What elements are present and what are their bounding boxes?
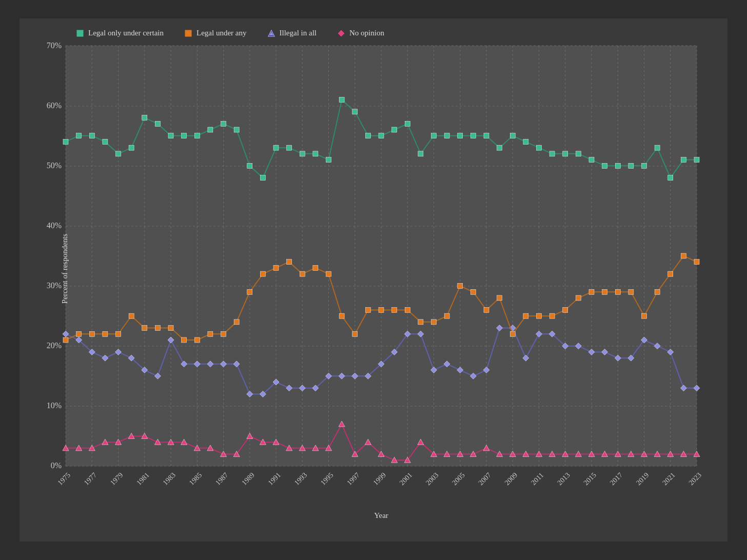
svg-rect-250 xyxy=(470,133,476,138)
svg-marker-169 xyxy=(694,385,700,391)
svg-marker-166 xyxy=(654,343,660,349)
svg-marker-142 xyxy=(339,373,345,379)
svg-rect-173 xyxy=(103,331,108,336)
svg-text:1987: 1987 xyxy=(214,471,229,487)
svg-rect-191 xyxy=(339,313,344,318)
svg-text:1983: 1983 xyxy=(162,471,177,487)
svg-rect-194 xyxy=(379,307,384,312)
svg-text:0%: 0% xyxy=(51,461,62,470)
svg-rect-0 xyxy=(77,30,83,36)
legend-marker-legal-certain xyxy=(76,29,84,37)
svg-text:1999: 1999 xyxy=(372,471,387,487)
svg-text:2011: 2011 xyxy=(529,471,545,487)
svg-marker-143 xyxy=(352,373,358,379)
svg-rect-188 xyxy=(300,271,305,276)
svg-rect-238 xyxy=(313,151,318,156)
svg-rect-233 xyxy=(247,163,252,168)
svg-text:2003: 2003 xyxy=(424,471,440,487)
svg-rect-196 xyxy=(405,307,410,312)
svg-rect-213 xyxy=(628,289,634,294)
svg-rect-180 xyxy=(194,337,200,343)
svg-marker-138 xyxy=(286,385,292,391)
svg-rect-243 xyxy=(379,133,384,138)
svg-marker-152 xyxy=(470,373,476,379)
svg-rect-229 xyxy=(194,133,200,138)
svg-rect-218 xyxy=(694,259,699,265)
svg-rect-207 xyxy=(549,313,555,318)
svg-rect-263 xyxy=(642,163,647,168)
svg-marker-153 xyxy=(483,367,489,373)
svg-marker-134 xyxy=(233,361,240,367)
svg-text:1979: 1979 xyxy=(109,471,124,487)
svg-marker-132 xyxy=(207,361,213,367)
legend-label-legal-any: Legal under any xyxy=(196,29,246,37)
svg-rect-241 xyxy=(352,109,358,114)
svg-rect-184 xyxy=(247,289,252,294)
svg-rect-177 xyxy=(155,326,160,331)
svg-rect-215 xyxy=(655,289,660,294)
legend-marker-no-opinion xyxy=(337,29,345,37)
svg-rect-206 xyxy=(537,313,542,318)
svg-marker-157 xyxy=(536,331,542,337)
svg-rect-252 xyxy=(497,145,502,150)
svg-marker-149 xyxy=(431,367,437,373)
svg-text:50%: 50% xyxy=(47,161,62,170)
svg-marker-133 xyxy=(221,361,227,367)
svg-text:1993: 1993 xyxy=(293,471,308,487)
svg-rect-231 xyxy=(221,121,226,126)
legend-item-legal-any: Legal under any xyxy=(184,29,246,37)
svg-marker-163 xyxy=(615,355,621,361)
svg-marker-151 xyxy=(457,367,463,373)
svg-rect-214 xyxy=(642,313,647,318)
svg-rect-216 xyxy=(668,271,673,276)
svg-rect-212 xyxy=(615,289,620,294)
svg-marker-129 xyxy=(168,337,174,343)
svg-text:2017: 2017 xyxy=(608,471,624,487)
svg-text:2015: 2015 xyxy=(582,471,598,487)
svg-marker-156 xyxy=(523,355,529,361)
svg-marker-135 xyxy=(247,391,253,397)
legend-item-illegal-all: Illegal in all xyxy=(267,29,317,37)
svg-rect-183 xyxy=(234,319,239,325)
svg-text:60%: 60% xyxy=(47,101,62,110)
svg-rect-248 xyxy=(444,133,449,138)
legend-marker-legal-any xyxy=(184,29,192,37)
svg-marker-168 xyxy=(680,385,686,391)
svg-rect-245 xyxy=(405,121,410,126)
svg-rect-262 xyxy=(628,163,634,168)
svg-rect-228 xyxy=(182,133,187,138)
svg-rect-222 xyxy=(103,139,108,144)
svg-rect-255 xyxy=(537,145,542,150)
svg-text:1985: 1985 xyxy=(188,471,203,487)
svg-marker-128 xyxy=(154,373,161,379)
svg-rect-178 xyxy=(168,326,173,331)
chart-area: Percent of respondents Year 0% 10% 20% 3… xyxy=(66,46,697,492)
legend-item-legal-certain: Legal only under certain xyxy=(76,29,164,37)
svg-marker-99 xyxy=(418,439,424,445)
svg-rect-186 xyxy=(273,265,279,270)
svg-marker-162 xyxy=(602,349,608,355)
svg-rect-1 xyxy=(185,30,191,36)
svg-rect-225 xyxy=(142,115,147,121)
svg-marker-124 xyxy=(102,355,108,361)
svg-marker-167 xyxy=(667,349,674,355)
svg-rect-203 xyxy=(497,295,502,301)
svg-rect-232 xyxy=(234,127,239,132)
svg-rect-204 xyxy=(510,331,515,336)
svg-rect-171 xyxy=(76,331,82,336)
svg-rect-209 xyxy=(576,295,581,301)
legend-label-legal-certain: Legal only under certain xyxy=(88,29,164,37)
svg-rect-211 xyxy=(602,289,607,294)
svg-text:1989: 1989 xyxy=(240,471,255,487)
svg-rect-257 xyxy=(563,151,568,156)
svg-marker-121 xyxy=(63,331,69,337)
svg-rect-198 xyxy=(431,319,437,325)
svg-rect-230 xyxy=(208,127,213,132)
svg-rect-226 xyxy=(155,121,160,126)
svg-text:1995: 1995 xyxy=(319,471,335,487)
svg-text:2007: 2007 xyxy=(477,471,493,487)
svg-rect-261 xyxy=(615,163,620,168)
svg-rect-181 xyxy=(208,331,213,336)
svg-rect-258 xyxy=(576,151,581,156)
svg-marker-4 xyxy=(338,30,344,36)
